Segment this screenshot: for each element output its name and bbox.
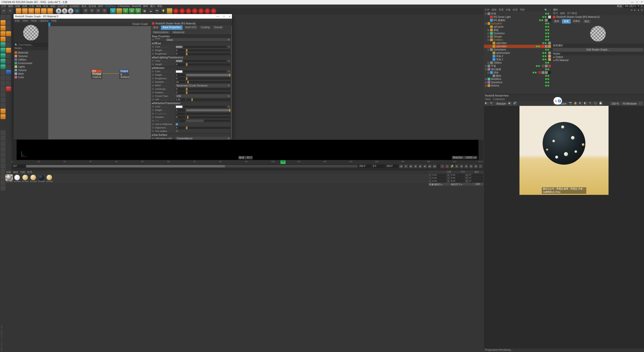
attr-tab-基本[interactable]: 基本: [552, 19, 561, 24]
attr-menu-编辑[interactable]: 编辑: [560, 12, 565, 15]
menu-脚本[interactable]: 脚本: [143, 5, 148, 8]
obj-Dynamics[interactable]: ⊟Dynamics: [484, 32, 551, 35]
rv-picker-icon[interactable]: ✎: [589, 102, 593, 106]
tool-16-icon[interactable]: [6, 53, 11, 58]
material-2[interactable]: RS Mate: [22, 174, 29, 183]
fresnel-dropdown[interactable]: IOR: [176, 95, 230, 98]
node-cat-Environment[interactable]: Environment: [15, 61, 47, 65]
prev-key-icon[interactable]: ◄|: [409, 164, 413, 168]
light-icon[interactable]: 💡: [160, 8, 166, 14]
goto-start-icon[interactable]: |◄: [399, 164, 403, 168]
tool-15-icon[interactable]: [1, 53, 6, 58]
sg-menu-View[interactable]: View: [22, 19, 28, 22]
material-0[interactable]: RS Mate: [6, 174, 13, 183]
rs-4-icon[interactable]: [192, 8, 197, 14]
nav-back-icon[interactable]: ◄: [630, 9, 633, 11]
frame-end[interactable]: 250 F: [386, 165, 398, 168]
link-reflection-checkbox[interactable]: ✓: [176, 123, 178, 125]
tool-20-icon[interactable]: [6, 64, 11, 69]
camera-icon[interactable]: 📷: [154, 8, 160, 14]
rs-1-icon[interactable]: [173, 8, 179, 14]
attr-tab-材质[interactable]: 材质: [561, 19, 571, 24]
search-icon[interactable]: 🔍 ⬚: [544, 9, 550, 11]
section-refraction[interactable]: Refraction/Transmission: [153, 102, 180, 105]
play-icon[interactable]: ▶: [418, 164, 422, 168]
render-region-icon[interactable]: 🎬: [89, 8, 95, 14]
sg-search[interactable]: 🔍 Find Nodes...: [14, 43, 48, 47]
tool-28-icon[interactable]: [6, 86, 11, 92]
menu-创建[interactable]: 创建: [15, 5, 20, 8]
deformer-icon[interactable]: ▦: [142, 8, 147, 14]
layout-dropdown[interactable]: RS (用户)▾: [624, 5, 639, 8]
attr-item-material[interactable]: ▸ RS Material: [552, 59, 644, 62]
menu-流水线[interactable]: 流水线: [89, 5, 96, 8]
obj-RS 摄像机[interactable]: RS 摄像机: [484, 19, 551, 22]
rs-6-icon[interactable]: [205, 8, 210, 14]
timeline-ruler[interactable]: 147 147 F 010203040506070809010011012013…: [12, 160, 484, 164]
rv-snap-icon[interactable]: 📷: [569, 102, 573, 106]
recent-icon[interactable]: ✦: [47, 8, 53, 14]
tool-42-icon[interactable]: [1, 141, 6, 146]
rv-ab-icon[interactable]: ◧: [584, 102, 588, 106]
rs-5-icon[interactable]: [198, 8, 204, 14]
tool-18-icon[interactable]: [6, 59, 11, 64]
eyedropper-icon[interactable]: ✎: [227, 60, 230, 62]
sn-tab-1[interactable]: Base Properties: [160, 25, 183, 30]
rv-play-icon[interactable]: ▶: [485, 102, 489, 106]
tool-12-icon[interactable]: [6, 42, 11, 47]
rv-image[interactable]: 微信公众号：野鹿志 微博：野鹿志 作者：马鹿野郎 (5.75%): [484, 106, 644, 195]
key-a-icon[interactable]: ⊕: [469, 164, 473, 168]
rv-ipr-icon[interactable]: ◉: [508, 102, 512, 106]
key-r-icon[interactable]: ⊕: [464, 164, 468, 168]
attr-tab-Editor[interactable]: Editor: [571, 19, 582, 24]
obj-球体.1[interactable]: 球体.1: [484, 58, 551, 61]
rv-menu-View[interactable]: View: [485, 98, 491, 101]
rs-3-icon[interactable]: [186, 8, 191, 14]
range-end[interactable]: 250 F: [358, 165, 371, 168]
render-view-icon[interactable]: 🎬: [83, 8, 88, 14]
node-cat-Textures[interactable]: Textures: [15, 54, 47, 58]
rv-save-icon[interactable]: 💾: [599, 102, 603, 106]
menu-选择[interactable]: 选择: [22, 5, 27, 8]
obj-menu-书签[interactable]: 书签: [520, 8, 525, 12]
mat-menu-纹理[interactable]: 纹理: [27, 170, 32, 174]
menu-插件[interactable]: 插件: [98, 5, 103, 8]
frame-start[interactable]: 0 F: [372, 165, 385, 168]
tool-53-icon[interactable]: [1, 186, 6, 191]
rotate-icon[interactable]: ◯: [41, 8, 47, 14]
prev-frame-icon[interactable]: ◄: [414, 164, 417, 168]
tool-13-icon[interactable]: [1, 48, 6, 53]
tool-11-icon[interactable]: [1, 42, 6, 47]
obj-xpEmitter[interactable]: xpEmitter: [484, 41, 551, 45]
loop-icon[interactable]: ⟲: [404, 164, 408, 168]
tool-51-icon[interactable]: [1, 180, 6, 185]
undo-icon[interactable]: ↶: [1, 8, 7, 14]
obj-环境[interactable]: ⊟环境: [484, 12, 551, 15]
menu-运动跟踪[interactable]: 运动跟踪: [69, 5, 79, 8]
mat-menu-编辑[interactable]: 编辑: [13, 170, 18, 174]
tool-8-icon[interactable]: [6, 31, 11, 36]
rv-fit-dropdown[interactable]: Fit Window ▾: [621, 102, 638, 105]
menu-工具[interactable]: 工具: [29, 5, 34, 8]
sg-menu-Options[interactable]: Options: [40, 19, 48, 22]
next-frame-icon[interactable]: ►: [423, 164, 427, 168]
tool-4-icon[interactable]: [6, 20, 11, 25]
mat-menu-功能[interactable]: 功能: [20, 170, 25, 174]
obj-Generators[interactable]: ⊟Generators: [484, 48, 551, 51]
obj-Utilities[interactable]: ⊞Utilities: [484, 61, 551, 64]
obj-xpGenerator[interactable]: xpGenerator: [484, 51, 551, 55]
obj-xpSystem[interactable]: ⊟xpSystem: [484, 22, 551, 25]
rs-7-icon[interactable]: [211, 8, 216, 14]
autokey-icon[interactable]: ◉: [445, 164, 449, 168]
section-diffuse[interactable]: Diffuse: [153, 42, 161, 45]
obj-menu-查看[interactable]: 查看: [499, 8, 504, 12]
menu-角色[interactable]: 角色: [82, 5, 87, 8]
attr-menu-用户数据[interactable]: 用户数据: [567, 12, 577, 15]
sn-tab-6[interactable]: Advanced: [171, 30, 186, 34]
rv-refresh-icon[interactable]: ⟳: [490, 102, 494, 106]
fcurve-icon[interactable]: 〰: [479, 164, 482, 168]
rv-menu-Customize[interactable]: Customize: [493, 98, 505, 101]
sn-tab-4[interactable]: Overall: [212, 25, 224, 30]
tool-21-icon[interactable]: [1, 70, 6, 75]
mat-menu-创建[interactable]: 创建: [6, 170, 11, 174]
